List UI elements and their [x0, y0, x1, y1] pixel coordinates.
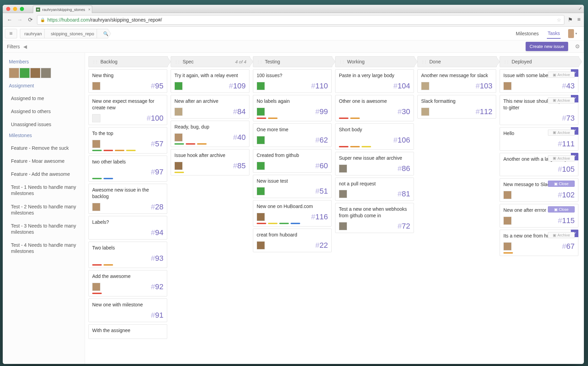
issue-card[interactable]: ✓▣ArchiveHello#111	[500, 127, 578, 151]
issue-card[interactable]: Try it again, with a relay event#109	[171, 69, 249, 93]
issue-card[interactable]: Other one is awesome#30	[335, 95, 414, 121]
browser-menu-icon[interactable]: ≡	[577, 16, 580, 23]
assignee-avatar[interactable]	[92, 140, 100, 148]
issue-card[interactable]: Slack formatting#112	[417, 95, 496, 119]
label-swatch[interactable]	[186, 143, 195, 145]
issue-card[interactable]: With the assignee	[88, 324, 167, 339]
label-swatch[interactable]	[92, 293, 102, 294]
column-header[interactable]: ⋮⋮Testing	[253, 56, 332, 67]
assignee-avatar[interactable]	[503, 217, 512, 225]
label-swatch[interactable]	[92, 178, 102, 179]
zoom-window-button[interactable]	[20, 7, 24, 11]
issue-card[interactable]: ▣CloseNew one after errror#115	[500, 204, 578, 228]
sidebar-assignment-item[interactable]: Unassigned issues	[9, 118, 82, 131]
sidebar-assignment-item[interactable]: Assigned to me	[9, 92, 82, 105]
issue-card[interactable]: New one with milestone#91	[88, 298, 167, 322]
issue-card[interactable]: Short body#106	[335, 123, 414, 150]
assignee-avatar[interactable]	[257, 187, 265, 195]
issue-card[interactable]: creat from huboard#22	[253, 229, 332, 252]
issue-card[interactable]: Paste in a very large body#104	[335, 69, 414, 93]
member-avatar[interactable]	[41, 68, 51, 78]
column-header[interactable]: ⋮⋮Working	[335, 56, 415, 67]
member-avatar[interactable]	[30, 68, 40, 78]
assignee-avatar[interactable]	[174, 82, 183, 90]
drag-grip-icon[interactable]: ⋮⋮	[174, 60, 180, 64]
crumb-owner[interactable]: rauhryan	[20, 29, 47, 38]
label-swatch[interactable]	[268, 223, 278, 224]
issue-card[interactable]: Created from github#60	[253, 149, 332, 173]
extension-icon[interactable]: ⚑	[568, 16, 573, 23]
assignee-avatar[interactable]	[257, 162, 265, 170]
column-header[interactable]: ⋮⋮Deployed	[500, 56, 579, 67]
sidebar-milestone-item[interactable]: Feature - Moar awesome	[9, 155, 82, 168]
issue-card[interactable]: New thing#95	[88, 69, 167, 93]
label-swatch[interactable]	[174, 143, 184, 145]
label-swatch[interactable]	[362, 146, 371, 147]
member-avatar[interactable]	[20, 68, 30, 78]
minimize-window-button[interactable]	[13, 7, 17, 11]
label-swatch[interactable]	[268, 118, 278, 119]
reload-icon[interactable]: ⟳	[27, 16, 34, 23]
issue-card[interactable]: Two labels#93	[88, 242, 167, 268]
issue-card[interactable]: Test a new one when webhooks from github…	[335, 203, 414, 233]
label-swatch[interactable]	[115, 150, 124, 151]
issue-card[interactable]: Issue hook after archive#85	[171, 149, 249, 175]
issue-card[interactable]: Super new issue after archive#86	[335, 152, 414, 175]
assignee-avatar[interactable]	[92, 114, 100, 122]
fullscreen-icon[interactable]: ⤢	[578, 6, 582, 11]
assignee-avatar[interactable]	[339, 164, 347, 173]
label-swatch[interactable]	[503, 252, 513, 254]
issue-card[interactable]: New after an archive#84	[171, 95, 249, 119]
bookmark-star-icon[interactable]: ☆	[557, 17, 561, 23]
label-swatch[interactable]	[92, 264, 102, 266]
assignee-avatar[interactable]	[257, 82, 265, 90]
assignee-avatar[interactable]	[339, 190, 347, 198]
assignee-avatar[interactable]	[503, 242, 512, 251]
issue-card[interactable]: Another new message for slack#103	[417, 69, 496, 93]
label-swatch[interactable]	[103, 264, 113, 266]
nav-milestones[interactable]: Milestones	[515, 29, 539, 38]
issue-card[interactable]: New one expect message for create new#10…	[88, 95, 167, 125]
archive-pill[interactable]: ▣Archive	[548, 72, 575, 78]
sidebar-milestone-item[interactable]: Test - 3 Needs to handle many milestones	[9, 219, 82, 239]
issue-card[interactable]: ✓▣ArchiveAnother one with a large body#1…	[500, 153, 578, 176]
label-swatch[interactable]	[197, 143, 207, 145]
crumb-repo[interactable]: skipping_stones_repo	[44, 29, 99, 38]
issue-card[interactable]: No labels again#99	[253, 95, 332, 121]
assignee-avatar[interactable]	[257, 136, 265, 144]
column-header[interactable]: ⋮⋮Backlog	[88, 56, 168, 67]
assignee-avatar[interactable]	[92, 82, 100, 90]
sidebar-milestone-item[interactable]: Test - 2 Needs to handle many milestones	[9, 200, 82, 219]
drag-grip-icon[interactable]: ⋮⋮	[257, 60, 262, 64]
issue-card[interactable]: One more time#62	[253, 123, 332, 147]
nav-tasks[interactable]: Tasks	[547, 28, 561, 39]
issue-card[interactable]: ✓▣ArchiveIts a new one from huboard#67	[500, 230, 578, 256]
label-swatch[interactable]	[257, 223, 266, 224]
label-swatch[interactable]	[103, 150, 113, 151]
hamburger-icon[interactable]: ≡	[5, 29, 17, 38]
issue-card[interactable]: Awesome new issue in the backlog#28	[88, 184, 167, 214]
sidebar-milestone-item[interactable]: Test - 4 Needs to handle many milestones	[9, 239, 82, 258]
member-avatar[interactable]	[9, 68, 19, 78]
assignee-avatar[interactable]	[174, 108, 183, 116]
issue-card[interactable]: Add the awesome#92	[88, 270, 167, 296]
crumb-search[interactable]: 🔍	[97, 29, 108, 38]
issue-card[interactable]: ▣CloseNew message to Slack#102	[500, 178, 578, 202]
close-pill[interactable]: ▣Close	[548, 206, 575, 212]
assignee-avatar[interactable]	[257, 108, 265, 116]
assignee-avatar[interactable]	[174, 162, 183, 170]
assignee-avatar[interactable]	[257, 241, 265, 249]
browser-tab[interactable]: H rauhryan/skipping_stones ×	[33, 5, 92, 13]
issue-card[interactable]: not a pull request#81	[335, 178, 414, 201]
assignee-avatar[interactable]	[503, 82, 512, 90]
label-swatch[interactable]	[92, 150, 102, 151]
back-icon[interactable]: ←	[6, 17, 13, 23]
issue-card[interactable]: ✓▣ArchiveThis new issue should be pushed…	[500, 95, 578, 125]
column-header[interactable]: ⋮⋮Done	[417, 56, 497, 67]
archive-pill[interactable]: ▣Archive	[548, 97, 575, 103]
issue-card[interactable]: Ready, bug, dup#40	[171, 121, 249, 147]
assignee-avatar[interactable]	[174, 133, 183, 142]
issue-card[interactable]: New one on HuBoard.com#116	[253, 200, 332, 227]
label-swatch[interactable]	[126, 150, 136, 151]
sidebar-milestone-item[interactable]: Test - 1 Needs to handle many milestones	[9, 181, 82, 200]
